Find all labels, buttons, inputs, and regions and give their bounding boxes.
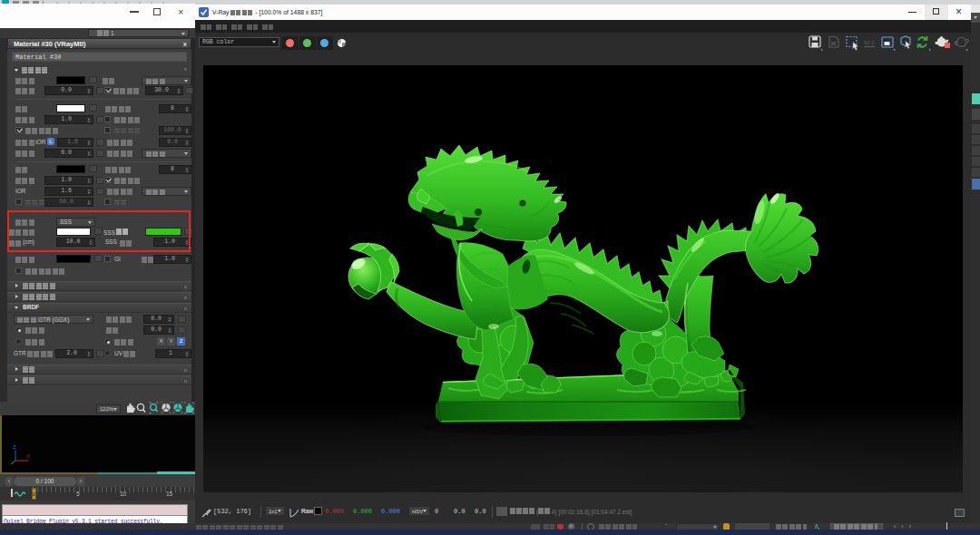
svg-text:Z: Z <box>13 444 16 450</box>
svg-text:50.2: 50.2 <box>864 40 875 45</box>
svg-text:X: X <box>26 453 30 459</box>
